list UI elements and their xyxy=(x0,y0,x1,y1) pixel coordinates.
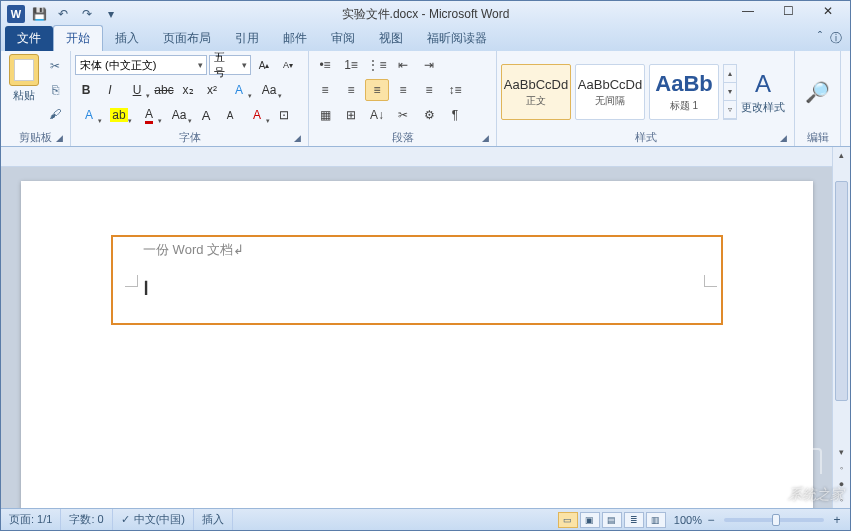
shrink-font-button[interactable]: A▾ xyxy=(277,54,299,76)
paragraph-launcher[interactable]: ◢ xyxy=(482,133,494,145)
redo-button[interactable]: ↷ xyxy=(77,4,97,24)
show-paragraph-button[interactable]: ¶ xyxy=(443,104,467,126)
copy-button[interactable]: ⎘ xyxy=(45,80,65,100)
undo-button[interactable]: ↶ xyxy=(53,4,73,24)
font-launcher[interactable]: ◢ xyxy=(294,133,306,145)
italic-button[interactable]: I xyxy=(99,79,121,101)
ruler[interactable] xyxy=(1,147,850,167)
qat-dropdown[interactable]: ▾ xyxy=(101,4,121,24)
change-case-button[interactable]: Aa xyxy=(255,79,283,101)
font-size-combo[interactable]: 五号 xyxy=(209,55,251,75)
tab-home[interactable]: 开始 xyxy=(53,25,103,51)
align-right-button[interactable]: ≡ xyxy=(365,79,389,101)
ribbon: 粘贴 ✂ ⎘ 🖌 剪贴板 ◢ 宋体 (中文正文) 五号 A▴ A▾ B I U … xyxy=(1,51,850,147)
save-button[interactable]: 💾 xyxy=(29,4,49,24)
format-painter-button[interactable]: 🖌 xyxy=(45,104,65,124)
document-area[interactable]: 一份 Word 文档↲ ▎ xyxy=(1,167,832,508)
text-highlight-button[interactable]: A xyxy=(75,104,103,126)
style-normal[interactable]: AaBbCcDd 正文 xyxy=(501,64,571,120)
scroll-thumb[interactable] xyxy=(835,181,848,401)
multilevel-button[interactable]: ⋮≡ xyxy=(365,54,389,76)
highlight-color-button[interactable]: ab xyxy=(105,104,133,126)
close-button[interactable]: ✕ xyxy=(808,1,848,21)
maximize-button[interactable]: ☐ xyxy=(768,1,808,21)
justify-button[interactable]: ≡ xyxy=(391,79,415,101)
title-bar: W 💾 ↶ ↷ ▾ 实验文件.docx - Microsoft Word — ☐… xyxy=(1,1,850,27)
minimize-ribbon-icon[interactable]: ˆ xyxy=(818,30,822,47)
view-outline[interactable]: ≣ xyxy=(624,512,644,528)
help-icon[interactable]: ⓘ xyxy=(830,30,842,47)
next-page-button[interactable]: ◦ xyxy=(833,492,850,508)
char-border-button[interactable]: ⊡ xyxy=(273,104,295,126)
zoom-slider[interactable] xyxy=(724,518,824,522)
strike-button[interactable]: abc xyxy=(153,79,175,101)
superscript-button[interactable]: x² xyxy=(201,79,223,101)
view-print-layout[interactable]: ▭ xyxy=(558,512,578,528)
clipboard-launcher[interactable]: ◢ xyxy=(56,133,68,145)
view-draft[interactable]: ▥ xyxy=(646,512,666,528)
align-center-button[interactable]: ≡ xyxy=(339,79,363,101)
bullets-button[interactable]: •≡ xyxy=(313,54,337,76)
zoom-level[interactable]: 100% xyxy=(674,514,702,526)
style-gallery-expand[interactable]: ▿ xyxy=(724,101,736,119)
zoom-out-button[interactable]: − xyxy=(704,513,718,527)
status-insert-mode[interactable]: 插入 xyxy=(194,509,233,530)
char-scale-button[interactable]: Aa xyxy=(165,104,193,126)
borders-button[interactable]: ⊞ xyxy=(339,104,363,126)
cut-button[interactable]: ✂ xyxy=(45,56,65,76)
sort-button[interactable]: A↓ xyxy=(365,104,389,126)
tab-review[interactable]: 审阅 xyxy=(319,26,367,51)
vertical-scrollbar[interactable]: ▴ ▾ ◦ ● ◦ xyxy=(832,147,850,508)
status-page[interactable]: 页面: 1/1 xyxy=(1,509,61,530)
zoom-slider-knob[interactable] xyxy=(772,514,780,526)
line-spacing-button[interactable]: ↕≡ xyxy=(443,79,467,101)
decrease-indent-button[interactable]: ⇤ xyxy=(391,54,415,76)
minimize-button[interactable]: — xyxy=(728,1,768,21)
page[interactable]: 一份 Word 文档↲ ▎ xyxy=(21,181,813,508)
style-preview: AaBbCcDd xyxy=(504,77,568,92)
browse-object-button[interactable]: ● xyxy=(833,476,850,492)
bold-button[interactable]: B xyxy=(75,79,97,101)
find-icon[interactable]: 🔎 xyxy=(805,80,830,104)
underline-button[interactable]: U xyxy=(123,79,151,101)
scroll-down-button[interactable]: ▾ xyxy=(833,444,850,460)
status-words[interactable]: 字数: 0 xyxy=(61,509,112,530)
document-text[interactable]: 一份 Word 文档↲ xyxy=(143,241,244,259)
prev-page-button[interactable]: ◦ xyxy=(833,460,850,476)
shrink-font2-button[interactable]: A xyxy=(219,104,241,126)
status-language[interactable]: ✓ 中文(中国) xyxy=(113,509,194,530)
font-color-button[interactable]: A xyxy=(135,104,163,126)
scroll-up-button[interactable]: ▴ xyxy=(833,147,850,163)
grow-font2-button[interactable]: A xyxy=(195,104,217,126)
zoom-in-button[interactable]: + xyxy=(830,513,844,527)
styles-launcher[interactable]: ◢ xyxy=(780,133,792,145)
tab-layout[interactable]: 页面布局 xyxy=(151,26,223,51)
style-heading1[interactable]: AaBb 标题 1 xyxy=(649,64,719,120)
font-name-combo[interactable]: 宋体 (中文正文) xyxy=(75,55,207,75)
align-left-button[interactable]: ≡ xyxy=(313,79,337,101)
style-scroll-down[interactable]: ▾ xyxy=(724,83,736,101)
style-nospacing[interactable]: AaBbCcDd 无间隔 xyxy=(575,64,645,120)
style-gallery-scroll: ▴ ▾ ▿ xyxy=(723,64,737,120)
tab-insert[interactable]: 插入 xyxy=(103,26,151,51)
tab-file[interactable]: 文件 xyxy=(5,26,53,51)
view-web[interactable]: ▤ xyxy=(602,512,622,528)
clear-format-button[interactable]: A xyxy=(243,104,271,126)
tab-view[interactable]: 视图 xyxy=(367,26,415,51)
increase-indent-button[interactable]: ⇥ xyxy=(417,54,441,76)
view-fullscreen[interactable]: ▣ xyxy=(580,512,600,528)
change-styles-button[interactable]: A 更改样式 xyxy=(741,70,785,115)
text-effects-button[interactable]: A xyxy=(225,79,253,101)
paste-button[interactable]: 粘贴 xyxy=(5,54,42,103)
show-marks-button[interactable]: ✂ xyxy=(391,104,415,126)
para-settings-button[interactable]: ⚙ xyxy=(417,104,441,126)
subscript-button[interactable]: x₂ xyxy=(177,79,199,101)
tab-foxit[interactable]: 福昕阅读器 xyxy=(415,26,499,51)
shading-button[interactable]: ▦ xyxy=(313,104,337,126)
tab-mailings[interactable]: 邮件 xyxy=(271,26,319,51)
numbering-button[interactable]: 1≡ xyxy=(339,54,363,76)
style-scroll-up[interactable]: ▴ xyxy=(724,65,736,83)
distribute-button[interactable]: ≡ xyxy=(417,79,441,101)
tab-references[interactable]: 引用 xyxy=(223,26,271,51)
grow-font-button[interactable]: A▴ xyxy=(253,54,275,76)
